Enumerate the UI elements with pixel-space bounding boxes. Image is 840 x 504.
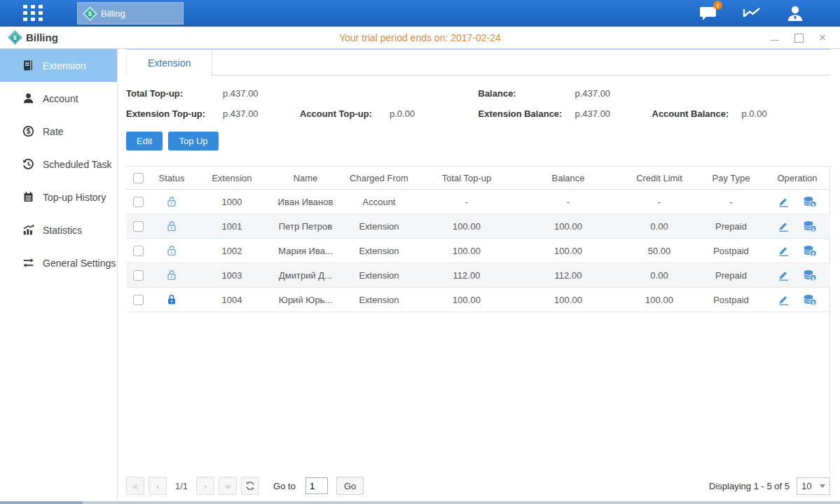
lock-open-icon[interactable] bbox=[167, 270, 177, 281]
account-topup-label: Account Top-up: bbox=[300, 108, 390, 119]
table-row: 1001 Петр Петров Extension 100.00 100.00… bbox=[126, 214, 830, 239]
cell-credit-limit: 0.00 bbox=[621, 263, 698, 288]
edit-icon[interactable] bbox=[778, 196, 790, 207]
select-all-checkbox[interactable] bbox=[133, 173, 144, 183]
cell-balance: 100.00 bbox=[516, 288, 621, 312]
col-extension[interactable]: Extension bbox=[193, 167, 270, 190]
billing-dollar-icon: $ bbox=[8, 30, 22, 45]
cell-pay-type: Postpaid bbox=[698, 288, 764, 312]
lock-open-icon bbox=[167, 220, 177, 232]
edit-icon[interactable] bbox=[778, 294, 790, 305]
summary-left: Total Top-up: p.437.00 Extension Top-up:… bbox=[126, 88, 478, 119]
cell-total-topup: 112.00 bbox=[418, 263, 516, 288]
cell-total-topup: 100.00 bbox=[418, 288, 516, 312]
total-topup-label: Total Top-up: bbox=[126, 88, 223, 99]
lock-open-icon[interactable] bbox=[167, 196, 177, 207]
topup-history-icon bbox=[22, 191, 34, 203]
cell-credit-limit: 50.00 bbox=[621, 239, 698, 263]
grid-icon bbox=[22, 4, 46, 22]
lock-closed-icon bbox=[167, 294, 177, 305]
extension-grid: Status Extension Name Charged From Total… bbox=[126, 166, 830, 473]
top-up-button[interactable]: Top Up bbox=[168, 132, 218, 150]
tab-extension[interactable]: Extension bbox=[126, 50, 212, 76]
displaying-info: Displaying 1 - 5 of 5 bbox=[709, 481, 790, 491]
lock-closed-icon[interactable] bbox=[167, 294, 177, 305]
prev-page-button[interactable]: ‹ bbox=[149, 477, 167, 495]
cell-extension: 1003 bbox=[193, 263, 270, 288]
lock-open-icon bbox=[167, 270, 177, 281]
window-bottom-edge bbox=[0, 501, 840, 504]
table-body: 1000 Иван Иванов Account - - - - $ bbox=[126, 190, 830, 312]
billing-app-window: $ Billing ! bbox=[0, 0, 840, 504]
cell-pay-type: - bbox=[698, 190, 764, 214]
topup-icon[interactable]: $ bbox=[803, 245, 817, 257]
sidebar-item-statistics[interactable]: Statistics bbox=[0, 214, 117, 246]
row-checkbox[interactable] bbox=[133, 221, 144, 232]
last-page-button[interactable]: » bbox=[219, 477, 237, 495]
col-pay-type[interactable]: Pay Type bbox=[698, 167, 764, 190]
next-page-button[interactable]: › bbox=[196, 477, 214, 495]
billing-dollar-icon: $ bbox=[83, 6, 97, 20]
col-credit-limit[interactable]: Credit Limit bbox=[621, 167, 698, 190]
reports-button[interactable] bbox=[741, 4, 763, 22]
sidebar-item-account[interactable]: Account bbox=[0, 82, 117, 115]
topup-icon[interactable]: $ bbox=[803, 220, 817, 232]
billing-app-tab[interactable]: $ Billing bbox=[77, 2, 184, 24]
col-status[interactable]: Status bbox=[150, 167, 193, 190]
topup-icon[interactable]: $ bbox=[803, 270, 817, 281]
cell-balance: 112.00 bbox=[516, 263, 621, 288]
close-button[interactable]: × bbox=[818, 34, 827, 42]
extension-topup-value: p.437.00 bbox=[223, 108, 300, 119]
goto-page-input[interactable] bbox=[305, 477, 328, 494]
row-checkbox[interactable] bbox=[133, 270, 144, 281]
lock-open-icon[interactable] bbox=[167, 245, 177, 256]
cell-name: Петр Петров bbox=[270, 214, 340, 239]
first-page-button[interactable]: « bbox=[126, 477, 144, 495]
notification-badge: ! bbox=[713, 1, 722, 10]
edit-icon[interactable] bbox=[778, 270, 790, 281]
col-operation[interactable]: Operation bbox=[764, 167, 830, 190]
row-checkbox[interactable] bbox=[133, 197, 144, 207]
cell-balance: 100.00 bbox=[516, 214, 621, 239]
cell-charged-from: Extension bbox=[340, 239, 418, 263]
minimize-button[interactable] bbox=[770, 34, 780, 42]
sidebar-item-scheduled-task[interactable]: Scheduled Task bbox=[0, 148, 117, 181]
app-launcher-grid-icon[interactable] bbox=[18, 0, 49, 27]
lock-open-icon[interactable] bbox=[167, 220, 177, 232]
sidebar-item-extension[interactable]: Extension bbox=[0, 49, 117, 82]
cell-name: Мария Ива... bbox=[270, 239, 340, 263]
col-charged-from[interactable]: Charged From bbox=[340, 167, 418, 190]
messages-button[interactable]: ! bbox=[697, 4, 719, 22]
cell-total-topup: 100.00 bbox=[418, 239, 516, 263]
edit-button[interactable]: Edit bbox=[126, 132, 163, 150]
maximize-button[interactable] bbox=[794, 34, 804, 42]
general-settings-icon bbox=[22, 257, 34, 269]
sidebar-item-general-settings[interactable]: General Settings bbox=[0, 246, 117, 279]
account-balance-label: Account Balance: bbox=[652, 108, 742, 119]
topup-icon[interactable]: $ bbox=[803, 196, 817, 208]
go-button[interactable]: Go bbox=[336, 477, 364, 495]
col-balance[interactable]: Balance bbox=[516, 167, 621, 190]
row-checkbox[interactable] bbox=[133, 295, 144, 305]
sidebar-item-rate[interactable]: $ Rate bbox=[0, 115, 117, 148]
extension-balance-label: Extension Balance: bbox=[478, 108, 575, 119]
edit-icon[interactable] bbox=[778, 245, 790, 256]
table-row: 1002 Мария Ива... Extension 100.00 100.0… bbox=[126, 239, 830, 263]
pagination-bar: « ‹ 1/1 › » Go to Go Displaying bbox=[126, 473, 830, 501]
per-page-value: 10 bbox=[801, 481, 811, 491]
per-page-select[interactable]: 10 bbox=[797, 477, 830, 495]
row-checkbox[interactable] bbox=[133, 246, 144, 256]
cell-extension: 1000 bbox=[193, 190, 270, 214]
table-row: 1004 Юрий Юрь... Extension 100.00 100.00… bbox=[126, 288, 830, 312]
edit-icon[interactable] bbox=[778, 220, 790, 232]
user-menu-button[interactable] bbox=[784, 4, 806, 22]
cell-extension: 1004 bbox=[193, 288, 270, 312]
refresh-button[interactable] bbox=[241, 477, 259, 495]
sidebar: Extension Account $ Rate bbox=[0, 49, 118, 501]
rate-icon: $ bbox=[22, 125, 34, 137]
tab-label: Extension bbox=[148, 57, 191, 69]
col-name[interactable]: Name bbox=[270, 167, 340, 190]
topup-icon[interactable]: $ bbox=[803, 294, 817, 306]
col-total-topup[interactable]: Total Top-up bbox=[418, 167, 516, 190]
sidebar-item-topup-history[interactable]: Top-up History bbox=[0, 181, 117, 214]
